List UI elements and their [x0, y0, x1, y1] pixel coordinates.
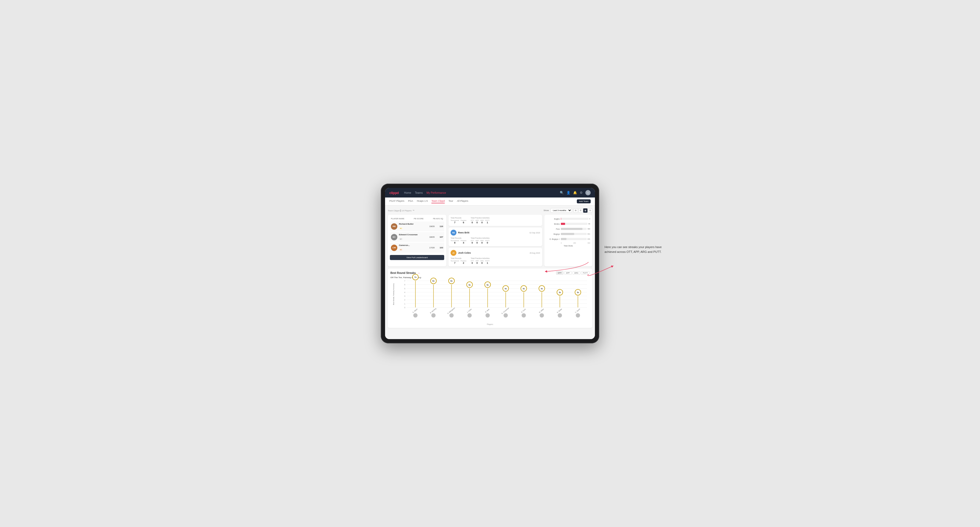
player-card-top: Total Rounds Tournament 7 Practice	[449, 215, 542, 226]
subnav-team-clippd[interactable]: Team Clippd	[431, 200, 445, 203]
team-header: Team Clippd | 14 Players ✏ Show Last 3 m…	[388, 208, 592, 213]
chart-bar-container	[561, 223, 587, 225]
svg-text:B. McHerg: B. McHerg	[430, 308, 437, 314]
view-leaderboard-button[interactable]: View Full Leaderboard	[390, 255, 444, 260]
table-view-icon[interactable]: ⊟	[588, 208, 592, 213]
svg-text:6: 6	[404, 284, 405, 286]
player-badge-2: ♦ 2	[399, 238, 402, 240]
nav-teams[interactable]: Teams	[415, 191, 423, 194]
list-view-icon[interactable]: ☰	[578, 208, 583, 213]
tournament-stat: Tournament 7	[450, 220, 459, 224]
streak-filter-putt[interactable]: PUTT	[581, 271, 590, 275]
svg-point-35	[467, 313, 472, 317]
users-icon[interactable]: 👤	[566, 191, 570, 195]
stat-group-rounds: Total Rounds Tournament 7 Practice	[450, 217, 466, 224]
player-score-3: 17/20	[429, 246, 434, 249]
player-row[interactable]: RB Richard Butler ♥ 1 19/20 110	[390, 221, 444, 231]
subnav-tour[interactable]: Tour	[449, 200, 453, 203]
player-row[interactable]: EC Edward Crossman ♦ 2 18/20 107	[390, 232, 444, 242]
svg-text:J. Coles: J. Coles	[466, 308, 472, 313]
chart-row: D. Bogeys + 131	[546, 237, 590, 241]
svg-text:6x: 6x	[433, 280, 434, 282]
svg-text:D. Ford: D. Ford	[521, 308, 526, 313]
streaks-subtitle: Off The Tee, Fairway Accuracy	[390, 276, 590, 279]
card-top-stats: Total Rounds Tournament 7 Practice	[450, 217, 540, 224]
col-pb-avg: PB AVG SQ	[433, 218, 443, 220]
grid-view-icon[interactable]: ⊞	[574, 208, 578, 213]
card-header-rees: RB Rees Britt 02 Sep 2023	[450, 230, 540, 236]
svg-text:4x: 4x	[523, 288, 525, 290]
chart-value: 3	[589, 218, 590, 220]
practice-activities-label: Total Practice Activities	[471, 217, 490, 219]
players-x-label: Players	[390, 323, 590, 325]
svg-text:C. Quick: C. Quick	[575, 308, 581, 313]
subnav-pgat[interactable]: PGAT Players	[389, 200, 404, 203]
card-header-josh: JC Josh Coles 26 Aug 2023	[450, 250, 540, 256]
subnav-hcaps[interactable]: Hcaps 1-5	[417, 200, 428, 203]
player-avatar-1: RB	[391, 223, 397, 230]
svg-text:E. Ebert: E. Ebert	[412, 308, 418, 313]
streak-filter-app[interactable]: APP	[564, 271, 572, 275]
nav-links: Home Teams My Performance	[404, 191, 560, 194]
chart-bar-container	[561, 228, 587, 230]
nav-home[interactable]: Home	[404, 191, 411, 194]
user-avatar[interactable]: U	[585, 190, 591, 195]
annotation-text: Here you can see streaks your players ha…	[605, 245, 663, 254]
svg-text:0: 0	[404, 306, 405, 308]
player-avatar-3: CM	[391, 244, 397, 251]
player-row[interactable]: CM Cameron... ♦ 3 17/20 103	[390, 243, 444, 252]
col-pb-score: PB SCORE	[414, 218, 424, 220]
chart-axis: 0 200 400	[546, 242, 590, 244]
content-grid: PLAYER NAME PB SCORE PB AVG SQ RB Richar…	[388, 215, 592, 267]
player-name-3: Cameron...	[399, 244, 429, 246]
team-controls: Show Last 3 months ⊞ ☰ ▦ ⊟	[544, 208, 592, 213]
card-stats-josh: Total Rounds Tournament 7 Practice	[450, 257, 540, 264]
chart-bar	[561, 238, 566, 240]
svg-point-50	[522, 313, 526, 317]
nav-my-performance[interactable]: My Performance	[426, 191, 446, 194]
card-view-icon[interactable]: ▦	[583, 208, 587, 213]
rounds-group-josh: Total Rounds Tournament 7 Practice	[450, 257, 466, 264]
chart-label: Birdies	[546, 223, 560, 225]
col-player-name: PLAYER NAME	[391, 218, 404, 220]
svg-text:3: 3	[404, 295, 405, 297]
svg-point-55	[540, 313, 544, 317]
svg-point-40	[485, 313, 490, 317]
months-select[interactable]: Last 3 months	[550, 208, 572, 213]
settings-icon[interactable]: ⚙	[580, 191, 583, 195]
rounds-group-rees: Total Rounds Tournament 8 Practice	[450, 237, 466, 244]
chart-row: Birdies 96	[546, 222, 590, 226]
bell-icon[interactable]: 🔔	[573, 191, 577, 195]
search-icon[interactable]: 🔍	[560, 191, 564, 195]
tablet-screen: clippd Home Teams My Performance 🔍 👤 🔔 ⚙…	[385, 188, 595, 339]
practice-group-rees: Total Practice Activities OTT 0 APP	[471, 237, 490, 244]
subnav-pga[interactable]: PGA	[408, 200, 413, 203]
streak-filter-arg[interactable]: ARG	[573, 271, 580, 275]
svg-text:Best Streak, Fairway Accuracy: Best Streak, Fairway Accuracy	[393, 283, 395, 305]
add-team-button[interactable]: Add Team	[577, 199, 591, 203]
subnav-all-players[interactable]: All Players	[457, 200, 468, 203]
edit-icon[interactable]: ✏	[413, 209, 415, 211]
nav-icons: 🔍 👤 🔔 ⚙ U	[560, 190, 591, 195]
player-avg-2: 107	[437, 236, 443, 238]
chart-bar-container	[561, 218, 589, 220]
svg-text:7x: 7x	[414, 276, 417, 278]
chart-label: Pars	[546, 228, 560, 230]
main-content: Team Clippd | 14 Players ✏ Show Last 3 m…	[385, 205, 595, 339]
chart-value: 96	[588, 223, 590, 225]
svg-text:3x: 3x	[559, 291, 561, 293]
card-date-rees: 02 Sep 2023	[530, 232, 540, 234]
player-info-2: Edward Crossman ♦ 2	[399, 233, 429, 241]
svg-text:D. Billingham: D. Billingham	[447, 307, 455, 314]
view-icons: ⊞ ☰ ▦ ⊟	[574, 208, 592, 213]
streak-filter-buttons: OTT APP ARG PUTT	[556, 271, 590, 275]
streak-filter-ott[interactable]: OTT	[556, 271, 563, 275]
chart-bar	[561, 223, 565, 225]
arrow-icon: ←	[418, 271, 420, 275]
arg-stat: ARG 0	[480, 220, 484, 224]
svg-text:R. Britt: R. Britt	[485, 308, 490, 313]
card-name-rees: Rees Britt	[458, 231, 530, 234]
right-panel: Eagles 3 Birdies 96 Pars 499 Bogeys 311 …	[544, 215, 592, 267]
svg-point-65	[576, 313, 580, 317]
streak-chart-svg: 012345677xE. Ebert6xB. McHerg6xD. Billin…	[406, 281, 587, 316]
